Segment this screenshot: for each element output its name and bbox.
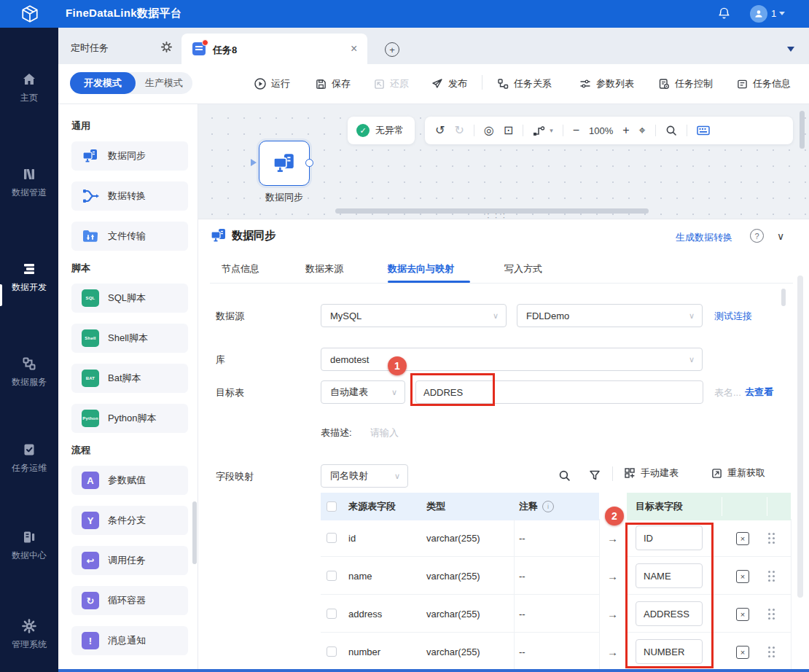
mapping-search-icon[interactable] (558, 469, 571, 482)
user-name[interactable]: 1 (771, 8, 776, 19)
bottom-horizontal-scrollbar[interactable] (58, 669, 809, 672)
data-sync-node[interactable] (259, 141, 310, 186)
mapping-mode-select[interactable]: 同名映射∨ (321, 464, 408, 488)
task-relation-button[interactable]: 任务关系 (497, 77, 552, 90)
palette-item-python-script[interactable]: Python Python脚本 (71, 404, 188, 433)
drag-handle-icon[interactable] (768, 646, 770, 649)
palette-item-data-sync[interactable]: 数据同步 (71, 141, 188, 171)
comment-info-icon[interactable]: i (542, 501, 554, 512)
fit-view-icon[interactable]: ⊡ (504, 125, 513, 136)
table-create-mode-select[interactable]: 自动建表∨ (321, 380, 405, 404)
new-tab-button[interactable]: + (385, 42, 399, 57)
prod-mode-button[interactable]: 生产模式 (136, 72, 192, 94)
user-avatar[interactable] (750, 5, 767, 23)
panel-scrollbar[interactable] (797, 276, 803, 598)
mapping-arrow-icon: → (607, 570, 618, 582)
publish-button[interactable]: 发布 (431, 77, 467, 90)
param-list-button[interactable]: 参数列表 (579, 77, 634, 90)
zoom-in-icon[interactable]: + (622, 125, 629, 136)
palette-item-message-notify[interactable]: ! 消息通知 (71, 626, 188, 655)
row-checkbox[interactable] (327, 533, 337, 543)
delete-field-icon[interactable]: × (736, 570, 749, 583)
sidebar-item-data-center[interactable]: 数据中心 (0, 529, 58, 562)
overview-icon[interactable]: ◎ (484, 125, 494, 136)
type-cell: varchar(255) (426, 533, 480, 544)
node-label: 数据同步 (251, 191, 317, 204)
select-all-checkbox[interactable] (327, 501, 337, 512)
connector-style-icon[interactable] (533, 125, 545, 136)
shell-script-icon: Shell (82, 329, 99, 347)
datasource-name-select[interactable]: FDLDemo∨ (517, 304, 703, 327)
delete-field-icon[interactable]: × (736, 646, 749, 659)
canvas-vertical-scrollbar[interactable] (800, 111, 805, 149)
manual-create-table-button[interactable]: 手动建表 (624, 466, 679, 480)
sidebar-item-admin[interactable]: 管理系统 (0, 618, 58, 651)
tab-destination-mapping[interactable]: 数据去向与映射 (388, 262, 454, 276)
datasource-type-select[interactable]: MySQL∨ (321, 304, 507, 327)
message-notify-bell-icon: ! (82, 632, 99, 649)
notification-bell-icon[interactable] (717, 7, 731, 20)
palette-item-file-transfer[interactable]: 文件传输 (71, 222, 188, 251)
generate-transform-link[interactable]: 生成数据转换 (676, 231, 732, 244)
tasks-settings-gear-icon[interactable] (160, 41, 173, 53)
search-icon[interactable] (665, 125, 677, 136)
locate-icon[interactable]: ⌖ (639, 125, 646, 136)
chevron-down-icon: ∨ (689, 355, 695, 364)
palette-scrollbar[interactable] (192, 501, 197, 564)
row-checkbox[interactable] (327, 571, 337, 581)
redo-icon[interactable]: ↻ (454, 125, 464, 136)
sidebar-item-data-pipeline[interactable]: 数据管道 (0, 166, 58, 199)
connector-caret-icon[interactable]: ▾ (550, 127, 553, 134)
palette-item-shell-script[interactable]: Shell Shell脚本 (71, 324, 188, 353)
run-button[interactable]: 运行 (254, 77, 290, 90)
row-checkbox[interactable] (327, 609, 337, 619)
save-button[interactable]: 保存 (316, 77, 351, 90)
tab-write-mode[interactable]: 写入方式 (504, 262, 542, 276)
view-table-link[interactable]: 去查看 (745, 386, 773, 399)
panel-type-label[interactable]: 定时任务 (71, 42, 109, 55)
palette-item-data-transform[interactable]: 数据转换 (71, 181, 188, 211)
sidebar-item-home[interactable]: 主页 (0, 71, 58, 104)
palette-item-sql-script[interactable]: SQL SQL脚本 (71, 284, 188, 313)
table-desc-placeholder[interactable]: 请输入 (370, 426, 399, 439)
help-icon[interactable]: ? (750, 229, 764, 243)
delete-field-icon[interactable]: × (736, 532, 749, 545)
task-info-button[interactable]: 任务信息 (737, 77, 791, 90)
form-scrollbar[interactable] (781, 289, 786, 306)
test-connection-link[interactable]: 测试连接 (714, 310, 752, 323)
drag-handle-icon[interactable] (768, 571, 770, 573)
undo-icon[interactable]: ↺ (435, 125, 445, 136)
row-checkbox[interactable] (327, 646, 337, 657)
palette-item-condition-branch[interactable]: Y 条件分支 (71, 506, 188, 535)
palette-item-param-assign[interactable]: A 参数赋值 (71, 466, 188, 495)
zoom-out-icon[interactable]: − (573, 125, 579, 136)
sidebar-item-task-ops[interactable]: 任务运维 (0, 442, 58, 474)
zoom-level[interactable]: 100% (589, 125, 613, 136)
palette-item-call-task[interactable]: ↩ 调用任务 (71, 546, 188, 575)
database-select[interactable]: demotest∨ (321, 348, 703, 371)
shortcut-keyboard-icon[interactable] (697, 125, 710, 136)
restore-button[interactable]: 还原 (374, 77, 409, 90)
mapping-filter-icon[interactable] (589, 469, 601, 481)
drag-handle-icon[interactable] (768, 533, 770, 535)
table-desc-label: 表描述: (321, 426, 352, 439)
collapse-chevron-icon[interactable]: ∨ (777, 230, 784, 242)
sidebar-item-data-service[interactable]: 数据服务 (0, 356, 58, 388)
task-control-button[interactable]: 任务控制 (658, 77, 713, 90)
node-output-port[interactable] (305, 159, 313, 167)
tab-close-icon[interactable]: × (351, 42, 357, 55)
tab-label[interactable]: 任务8 (213, 44, 237, 57)
tab-overflow-caret-icon[interactable] (787, 47, 794, 55)
drag-handle-icon[interactable] (768, 609, 770, 611)
tab-node-info[interactable]: 节点信息 (222, 262, 259, 276)
user-menu-caret-icon[interactable] (779, 12, 785, 18)
palette-item-bat-script[interactable]: BAT Bat脚本 (71, 364, 188, 393)
tab-data-source[interactable]: 数据来源 (305, 262, 343, 276)
palette-item-loop-container[interactable]: ↻ 循环容器 (71, 586, 188, 615)
delete-field-icon[interactable]: × (736, 608, 749, 621)
dev-mode-button[interactable]: 开发模式 (70, 72, 136, 94)
sidebar-item-data-dev[interactable]: 数据开发 (0, 261, 58, 294)
refetch-button[interactable]: 重新获取 (711, 466, 765, 480)
tab-task8[interactable] (181, 34, 367, 64)
refetch-icon (711, 468, 722, 479)
